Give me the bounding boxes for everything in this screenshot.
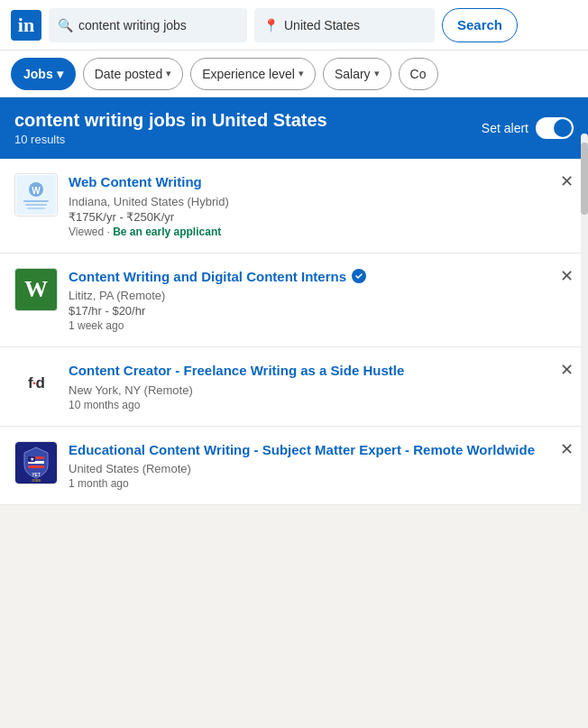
job-salary: ₹175K/yr - ₹250K/yr — [69, 210, 574, 224]
job-tag: 1 week ago — [69, 319, 574, 332]
set-alert-label: Set alert — [482, 121, 528, 135]
experience-chevron-icon: ▾ — [299, 68, 304, 79]
company-logo: W — [14, 173, 58, 217]
job-content: Content Creator - Freelance Writing as a… — [69, 362, 574, 411]
table-row: W Web Content Writing Indiana, United St… — [0, 159, 588, 253]
svg-rect-5 — [27, 207, 45, 209]
job-location: Lititz, PA (Remote) — [69, 289, 574, 302]
jobs-chevron-icon: ▾ — [57, 67, 63, 81]
svg-text:★: ★ — [30, 456, 34, 462]
experience-level-label: Experience level — [202, 67, 295, 81]
job-content: Content Writing and Digital Content Inte… — [69, 268, 574, 333]
set-alert-toggle[interactable] — [536, 117, 574, 139]
jobs-filter-button[interactable]: Jobs ▾ — [11, 58, 76, 90]
job-content: Web Content Writing Indiana, United Stat… — [69, 173, 574, 238]
table-row: ★ YET JOBS Educational Content Writing -… — [0, 427, 588, 506]
job-title[interactable]: Content Creator - Freelance Writing as a… — [69, 362, 552, 380]
date-posted-label: Date posted — [95, 67, 163, 81]
job-list: W Web Content Writing Indiana, United St… — [0, 159, 588, 505]
salary-filter[interactable]: Salary ▾ — [323, 58, 391, 90]
svg-rect-3 — [23, 200, 49, 202]
dismiss-job-3-button[interactable]: ✕ — [558, 360, 575, 380]
company-filter[interactable]: Co — [399, 58, 438, 90]
experience-level-filter[interactable]: Experience level ▾ — [190, 58, 316, 90]
date-posted-filter[interactable]: Date posted ▾ — [83, 58, 184, 90]
table-row: W Content Writing and Digital Content In… — [0, 253, 588, 348]
company-label: Co — [410, 67, 427, 81]
company-logo: W — [14, 268, 58, 311]
search-icon: 🔍 — [58, 18, 73, 32]
results-info: content writing jobs in United States 10… — [14, 110, 327, 146]
w-logo-icon: W — [24, 276, 48, 303]
location-input[interactable] — [284, 18, 426, 32]
dismiss-job-2-button[interactable]: ✕ — [558, 266, 575, 286]
salary-chevron-icon: ▾ — [374, 68, 380, 79]
dismiss-job-1-button[interactable]: ✕ — [558, 171, 575, 191]
search-button[interactable]: Search — [442, 8, 518, 42]
header: in 🔍 📍 Search — [0, 0, 588, 51]
search-input[interactable] — [78, 18, 238, 32]
results-banner: content writing jobs in United States 10… — [0, 97, 588, 159]
linkedin-logo: in — [11, 10, 41, 41]
search-box[interactable]: 🔍 — [49, 8, 247, 42]
svg-text:W: W — [32, 186, 41, 196]
writing-services-logo-icon: W — [16, 175, 56, 215]
location-box[interactable]: 📍 — [254, 8, 435, 42]
salary-label: Salary — [335, 67, 371, 81]
svg-rect-4 — [25, 204, 47, 206]
results-title: content writing jobs in United States — [14, 110, 327, 131]
date-posted-chevron-icon: ▾ — [166, 68, 171, 79]
job-title[interactable]: Web Content Writing — [69, 173, 552, 191]
job-location: Indiana, United States (Hybrid) — [69, 195, 574, 208]
job-tag: 10 months ago — [69, 399, 574, 411]
jobs-label: Jobs — [23, 67, 53, 81]
set-alert-area: Set alert — [482, 117, 574, 139]
toggle-knob — [554, 119, 572, 137]
results-count: 10 results — [14, 133, 327, 146]
table-row: f·d Content Creator - Freelance Writing … — [0, 347, 588, 427]
logo-custom-icon: W — [16, 175, 56, 215]
fud-logo-icon: f·d — [28, 374, 44, 392]
dismiss-job-4-button[interactable]: ✕ — [558, 439, 575, 459]
svg-text:YET: YET — [32, 472, 41, 477]
early-applicant-badge: Be an early applicant — [113, 226, 221, 238]
job-location: United States (Remote) — [69, 462, 574, 475]
svg-text:JOBS: JOBS — [32, 478, 41, 483]
scrollbar-thumb[interactable] — [581, 143, 588, 215]
company-logo: ★ YET JOBS — [14, 441, 58, 484]
job-title-text: Content Writing and Digital Content Inte… — [69, 268, 346, 286]
location-pin-icon: 📍 — [263, 18, 279, 32]
verified-badge-icon — [352, 269, 366, 283]
company-logo: f·d — [14, 362, 58, 405]
job-tag: Viewed · Be an early applicant — [69, 226, 574, 238]
job-tag: 1 month ago — [69, 477, 574, 490]
yetjobs-logo-icon: ★ YET JOBS — [15, 442, 57, 484]
job-title[interactable]: Content Writing and Digital Content Inte… — [69, 268, 552, 286]
job-salary: $17/hr - $20/hr — [69, 304, 574, 318]
job-content: Educational Content Writing - Subject Ma… — [69, 441, 574, 491]
scrollbar[interactable] — [581, 134, 588, 512]
filter-bar: Jobs ▾ Date posted ▾ Experience level ▾ … — [0, 51, 588, 97]
job-title[interactable]: Educational Content Writing - Subject Ma… — [69, 441, 552, 459]
job-location: New York, NY (Remote) — [69, 383, 574, 397]
svg-rect-10 — [28, 465, 44, 468]
